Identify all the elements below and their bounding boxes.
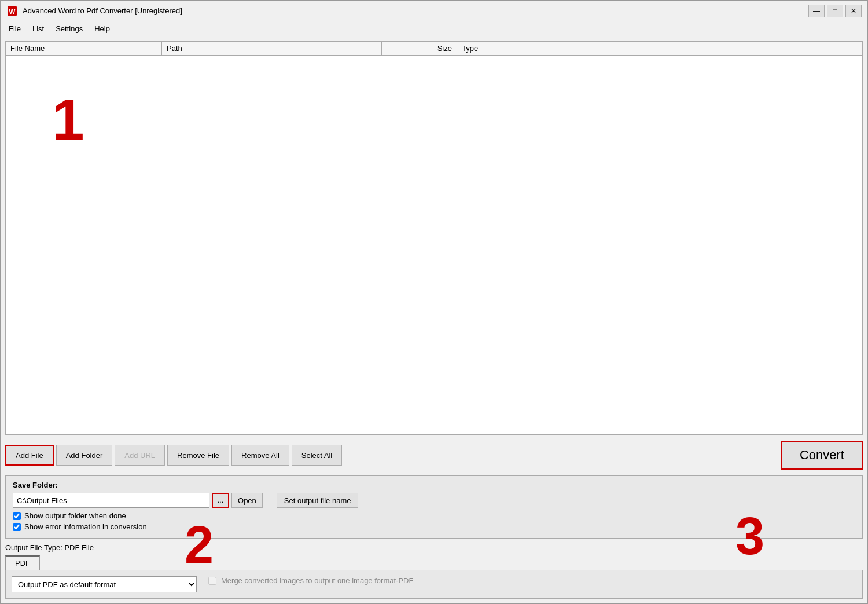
svg-text:W: W bbox=[9, 8, 16, 16]
show-error-info-checkbox[interactable] bbox=[13, 523, 21, 531]
browse-button[interactable]: ... bbox=[212, 493, 229, 508]
bottom-section: Save Folder: ... Open Set output file na… bbox=[5, 475, 863, 599]
maximize-button[interactable]: □ bbox=[827, 5, 843, 17]
title-bar: W Advanced Word to Pdf Converter [Unregi… bbox=[1, 1, 867, 21]
main-content: File Name Path Size Type 1 Add File Add … bbox=[1, 36, 867, 603]
output-type-title: Output File Type: PDF File bbox=[5, 543, 863, 552]
file-list-body[interactable]: 1 bbox=[6, 56, 862, 434]
merge-images-label: Merge converted images to output one ima… bbox=[221, 576, 413, 585]
save-folder-title: Save Folder: bbox=[13, 481, 855, 489]
main-window: W Advanced Word to Pdf Converter [Unregi… bbox=[0, 0, 868, 604]
menu-help[interactable]: Help bbox=[89, 23, 116, 35]
add-folder-button[interactable]: Add Folder bbox=[56, 445, 113, 466]
save-folder-section: Save Folder: ... Open Set output file na… bbox=[5, 475, 863, 539]
show-output-folder-label: Show output folder when done bbox=[24, 511, 126, 520]
output-type-section: Output File Type: PDF File PDF Output PD… bbox=[5, 539, 863, 599]
menu-bar: File List Settings Help bbox=[1, 21, 867, 36]
annotation-2: 2 bbox=[185, 519, 214, 571]
show-output-folder-checkbox[interactable] bbox=[13, 512, 21, 520]
tab-pdf[interactable]: PDF bbox=[5, 555, 40, 570]
remove-all-button[interactable]: Remove All bbox=[231, 445, 289, 466]
output-options: Output PDF as default format Merge conve… bbox=[5, 570, 863, 599]
set-output-name-button[interactable]: Set output file name bbox=[277, 493, 359, 508]
open-folder-button[interactable]: Open bbox=[231, 493, 263, 508]
menu-settings[interactable]: Settings bbox=[50, 23, 89, 35]
minimize-button[interactable]: — bbox=[808, 5, 825, 17]
col-header-path: Path bbox=[162, 42, 382, 55]
menu-file[interactable]: File bbox=[3, 23, 27, 35]
save-folder-row: ... Open Set output file name 3 bbox=[13, 493, 855, 508]
close-button[interactable]: ✕ bbox=[845, 5, 862, 17]
title-bar-left: W Advanced Word to Pdf Converter [Unregi… bbox=[6, 5, 182, 17]
show-output-folder-row: Show output folder when done 2 bbox=[13, 511, 855, 520]
convert-button[interactable]: Convert bbox=[781, 441, 863, 470]
file-list-header: File Name Path Size Type bbox=[6, 42, 862, 56]
title-bar-controls: — □ ✕ bbox=[808, 5, 862, 17]
select-all-button[interactable]: Select All bbox=[292, 445, 342, 466]
remove-file-button[interactable]: Remove File bbox=[167, 445, 229, 466]
window-title: Advanced Word to Pdf Converter [Unregist… bbox=[23, 6, 182, 15]
file-list-area: File Name Path Size Type 1 bbox=[5, 41, 863, 435]
annotation-1: 1 bbox=[52, 90, 84, 148]
menu-list[interactable]: List bbox=[27, 23, 50, 35]
folder-path-input[interactable] bbox=[13, 493, 209, 508]
merge-images-checkbox[interactable] bbox=[208, 577, 216, 585]
show-error-info-row: Show error information in conversion bbox=[13, 522, 855, 531]
annotation-3: 3 bbox=[735, 510, 764, 562]
format-dropdown-container: Output PDF as default format bbox=[12, 576, 197, 592]
col-header-filename: File Name bbox=[6, 42, 162, 55]
toolbar: Add File Add Folder Add URL Remove File … bbox=[5, 438, 863, 472]
col-header-type: Type bbox=[457, 42, 862, 55]
col-header-size: Size bbox=[382, 42, 457, 55]
show-error-info-label: Show error information in conversion bbox=[24, 522, 147, 531]
right-options: Merge converted images to output one ima… bbox=[208, 576, 856, 585]
app-icon: W bbox=[6, 5, 18, 17]
add-url-button[interactable]: Add URL bbox=[115, 445, 165, 466]
tab-bar: PDF bbox=[5, 555, 863, 570]
add-file-button[interactable]: Add File bbox=[5, 445, 54, 466]
format-select[interactable]: Output PDF as default format bbox=[12, 576, 197, 592]
